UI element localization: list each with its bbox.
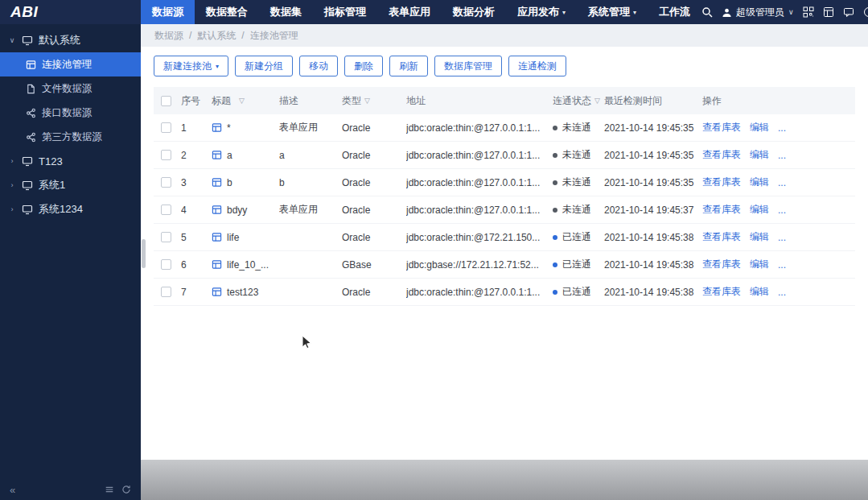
qr-code-icon[interactable] [803,6,814,18]
nav-item-indicator-management[interactable]: 指标管理 [313,0,377,24]
filter-icon[interactable]: ▽ [239,97,245,105]
database-manage-button[interactable]: 数据库管理 [434,56,502,76]
table-row[interactable]: 3 b b Oracle jdbc:oracle:thin:@127.0.0.1… [154,169,855,196]
sidebar-bottom-bar: « [0,479,141,500]
more-actions-link[interactable]: ... [778,122,786,134]
view-tables-link[interactable]: 查看库表 [702,148,741,162]
nav-item-app-publish[interactable]: 应用发布▾ [506,0,577,24]
new-connection-pool-button[interactable]: 新建连接池 ▾ [154,56,228,76]
nav-item-dataset[interactable]: 数据集 [259,0,313,24]
status-dot-icon [553,262,557,267]
more-actions-link[interactable]: ... [778,150,786,161]
scrollbar-thumb[interactable] [142,239,146,268]
connectivity-test-button[interactable]: 连通检测 [508,56,566,76]
table-row[interactable]: 6 life_10_... GBase jdbc:gbase://172.21.… [154,251,855,279]
nav-item-datasource[interactable]: 数据源 [141,0,195,24]
breadcrumb-datasource[interactable]: 数据源 [154,29,183,43]
row-check-time: 2021-10-14 19:45:35 [604,177,702,188]
row-checkbox[interactable] [161,259,171,270]
row-checkbox[interactable] [161,177,171,188]
edit-link[interactable]: 编辑 [750,230,769,244]
row-checkbox[interactable] [161,122,171,133]
sidebar-item-file-datasource[interactable]: 文件数据源 [0,76,141,101]
edit-link[interactable]: 编辑 [750,176,769,189]
nav-item-system-management[interactable]: 系统管理▾ [577,0,648,24]
row-checkbox[interactable] [161,205,171,215]
filter-icon[interactable]: ▽ [364,97,370,105]
user-menu[interactable]: 超级管理员 ∨ [722,6,794,19]
breadcrumb-connection-pool[interactable]: 连接池管理 [250,29,298,43]
user-icon [722,7,732,18]
button-label: 新建分组 [245,60,283,73]
menu-icon[interactable] [105,485,114,494]
view-tables-link[interactable]: 查看库表 [702,285,741,299]
edit-link[interactable]: 编辑 [750,258,769,271]
new-group-button[interactable]: 新建分组 [235,56,293,76]
view-tables-link[interactable]: 查看库表 [702,203,741,217]
refresh-button[interactable]: 刷新 [389,56,428,76]
col-title: 标题▽ [212,94,279,108]
chevron-right-icon[interactable]: › [8,157,16,165]
chevron-right-icon[interactable]: › [8,205,16,213]
button-label: 刷新 [399,60,418,73]
share-icon [26,108,36,118]
nav-label: 数据整合 [206,5,248,19]
nav-item-workflow[interactable]: 工作流 [648,0,701,24]
sidebar-item-third-party-datasource[interactable]: 第三方数据源 [0,125,141,149]
row-type: GBase [342,259,406,271]
table-row[interactable]: 7 test123 Oracle jdbc:oracle:thin:@127.0… [154,279,855,306]
nav-item-form-app[interactable]: 表单应用 [377,0,442,24]
status-dot-icon [553,208,557,213]
sidebar-item-api-datasource[interactable]: 接口数据源 [0,101,141,125]
chevron-down-icon: ∨ [788,8,794,16]
row-address: jdbc:oracle:thin:@127.0.0.1:1... [406,122,553,134]
view-tables-link[interactable]: 查看库表 [702,230,741,244]
move-button[interactable]: 移动 [299,56,338,76]
nav-item-data-integration[interactable]: 数据整合 [195,0,259,24]
sidebar-item-connection-pool-management[interactable]: 连接池管理 [0,52,141,76]
more-actions-link[interactable]: ... [778,259,786,271]
edit-link[interactable]: 编辑 [750,121,769,134]
nav-label: 表单应用 [389,5,430,19]
chevron-right-icon[interactable]: › [8,181,16,189]
col-address: 地址 [406,94,553,108]
col-status-label: 连通状态 [553,94,591,108]
view-tables-link[interactable]: 查看库表 [702,121,741,134]
more-actions-link[interactable]: ... [778,205,786,216]
row-checkbox[interactable] [161,150,171,160]
refresh-icon[interactable] [121,485,131,494]
search-icon[interactable] [701,6,713,18]
delete-button[interactable]: 删除 [344,56,383,76]
info-icon[interactable] [863,6,868,18]
table-row[interactable]: 1 * 表单应用 Oracle jdbc:oracle:thin:@127.0.… [154,114,855,142]
edit-link[interactable]: 编辑 [750,203,769,217]
view-tables-link[interactable]: 查看库表 [702,176,741,189]
nav-item-data-analysis[interactable]: 数据分析 [442,0,506,24]
sidebar-item-system1234[interactable]: › 系统1234 [0,197,141,221]
sidebar-item-default-system[interactable]: ∨ 默认系统 [0,28,141,52]
message-icon[interactable] [843,6,854,18]
view-tables-link[interactable]: 查看库表 [702,258,741,271]
brand-text: ABI [10,3,38,21]
window-icon[interactable] [823,6,834,18]
edit-link[interactable]: 编辑 [750,148,769,162]
more-actions-link[interactable]: ... [778,287,786,298]
filter-icon[interactable]: ▽ [594,97,600,105]
table-row[interactable]: 5 life Oracle jdbc:oracle:thin:@172.21.1… [154,224,855,251]
chevron-down-icon[interactable]: ∨ [8,36,16,44]
table-row[interactable]: 4 bdyy 表单应用 Oracle jdbc:oracle:thin:@127… [154,196,855,224]
sidebar-item-system1[interactable]: › 系统1 [0,173,141,197]
collapse-sidebar-button[interactable]: « [10,484,15,496]
edit-link[interactable]: 编辑 [750,285,769,299]
more-actions-link[interactable]: ... [778,232,786,243]
select-all-checkbox[interactable] [161,96,171,106]
sidebar-item-t123[interactable]: › T123 [0,149,141,173]
row-checkbox[interactable] [161,232,171,242]
row-checkbox[interactable] [161,287,171,297]
more-actions-link[interactable]: ... [778,177,786,188]
breadcrumb-default-system[interactable]: 默认系统 [197,29,236,43]
col-actions: 操作 [702,94,855,108]
connection-pool-table: 序号 标题▽ 描述 类型▽ 地址 连通状态▽ 最近检测时间 操作 1 * 表单应… [154,87,855,306]
table-row[interactable]: 2 a a Oracle jdbc:oracle:thin:@127.0.0.1… [154,142,855,169]
row-seq: 2 [181,150,212,161]
